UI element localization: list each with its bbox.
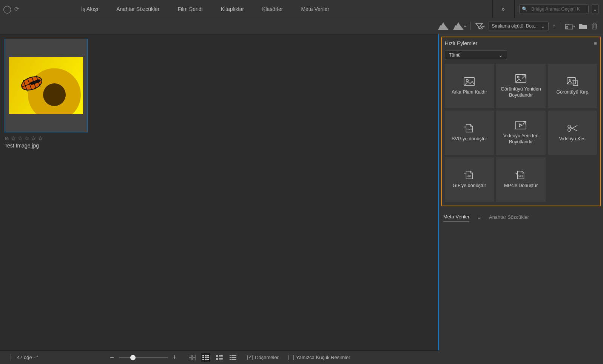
quick-action-card[interactable]: Görüntüyü Yeniden Boyutlandır (496, 64, 545, 108)
quick-action-card[interactable]: Görüntüyü Kırp (548, 64, 597, 108)
refresh-icon[interactable]: ⟳ (14, 6, 19, 12)
quick-action-card[interactable]: SVGSVG'ye dönüştür (445, 111, 494, 155)
panel-menu-icon[interactable]: ≡ (478, 215, 481, 221)
top-bar: ◯ ⟳ İş AkışıAnahtar SözcüklerFilm Şeridi… (0, 0, 603, 18)
quick-actions-filter-label: Tümü (449, 52, 461, 58)
quick-action-card[interactable]: GIFGIF'ye dönüştür (445, 157, 494, 202)
video-cut-icon (567, 124, 578, 133)
quick-actions-filter[interactable]: Tümü (445, 50, 507, 60)
rating-stars-icon[interactable] (438, 21, 449, 31)
svg-rect-24 (219, 359, 223, 360)
view-grid-small-button[interactable] (201, 353, 210, 362)
rating-stars-icon-2[interactable]: ▾ (453, 21, 466, 31)
quick-action-card[interactable]: Videoyu Yeniden Boyutlandır (496, 111, 545, 155)
tiles-check-group[interactable]: Döşemeler (247, 355, 279, 360)
recent-folder-icon[interactable]: ▾ (565, 21, 575, 31)
chevron-down-icon (498, 52, 503, 58)
quick-action-label: Videoyu Yeniden Boyutlandır (496, 133, 545, 145)
thumbnail-filename: Test Image.jpg (5, 143, 88, 149)
zoom-out-button[interactable]: − (110, 353, 114, 362)
trash-icon[interactable] (591, 21, 598, 31)
panel-menu-icon[interactable]: ≡ (594, 40, 597, 46)
svg-rect-7 (193, 355, 196, 357)
view-mode-group (188, 353, 237, 362)
thumbnail-rating[interactable]: ⊘ ☆ ☆ ☆ ☆ ☆ (5, 135, 88, 142)
svg-rect-16 (202, 359, 204, 360)
svg-rect-19 (216, 355, 218, 357)
svg-rect-30 (231, 359, 236, 360)
reject-icon: ⊘ (5, 135, 9, 141)
workspace-tab[interactable]: Anahtar Sözcükler (107, 0, 168, 18)
svg-rect-26 (231, 355, 236, 356)
quick-action-label: Videoyu Kes (557, 136, 588, 142)
workspace-tab[interactable]: Klasörler (253, 0, 292, 18)
nav-circle-icon[interactable]: ◯ (3, 5, 11, 14)
quick-action-label: GIF'ye dönüştür (450, 183, 489, 189)
svg-rect-20 (219, 355, 223, 356)
quick-action-label: Görüntüyü Kırp (554, 89, 591, 95)
filter-icon[interactable]: ▾ (475, 21, 485, 31)
workspace-tab[interactable]: Meta Veriler (292, 0, 338, 18)
sort-dropdown[interactable]: Sıralama ölçütü: Dos... (489, 21, 549, 31)
svg-rect-12 (207, 355, 209, 356)
svg-rect-11 (205, 355, 207, 356)
tiles-checkbox[interactable] (247, 355, 253, 360)
search-input[interactable] (530, 6, 586, 12)
folder-icon[interactable] (579, 21, 587, 31)
tiles-check-label: Döşemeler (255, 355, 279, 360)
quick-action-label: Arka Planı Kaldır (449, 89, 489, 95)
sort-asc-icon[interactable]: ↑ (552, 21, 555, 31)
view-grid-large-button[interactable] (188, 353, 197, 362)
workspace-more[interactable]: » (492, 0, 514, 18)
quick-action-label: MP4'e Dönüştür (502, 183, 540, 189)
svg-rect-13 (202, 357, 204, 358)
svg-point-36 (569, 79, 570, 81)
svg-rect-22 (216, 358, 218, 360)
svg-rect-23 (219, 358, 223, 359)
workspace-tab[interactable]: İş Akışı (72, 0, 107, 18)
thumbs-only-checkbox[interactable] (288, 355, 294, 360)
quick-actions-grid: Arka Planı KaldırGörüntüyü Yeniden Boyut… (445, 64, 597, 202)
svg-rect-6 (189, 355, 192, 357)
zoom-in-button[interactable]: + (173, 353, 177, 361)
svg-rect-29 (230, 359, 231, 360)
video-resize-icon (515, 121, 526, 130)
nav-history: ◯ ⟳ (0, 5, 19, 14)
view-list-button[interactable] (228, 353, 237, 362)
zoom-slider[interactable] (119, 357, 168, 358)
status-text: 47 öğe - " (17, 355, 38, 360)
convert-gif-icon: GIF (464, 170, 475, 180)
image-crop-icon (567, 77, 578, 86)
search-dropdown[interactable] (592, 4, 598, 14)
tab-metadata[interactable]: Meta Veriler (443, 214, 469, 221)
svg-text:MP4: MP4 (519, 175, 523, 177)
star-icon: ☆ (11, 135, 16, 142)
zoom-slider-thumb[interactable] (130, 355, 136, 360)
svg-rect-39 (515, 121, 526, 129)
thumbnail-canvas[interactable]: ⊘ ☆ ☆ ☆ ☆ ☆ Test Image.jpg (0, 34, 439, 350)
svg-rect-14 (205, 357, 207, 358)
svg-rect-18 (207, 359, 209, 360)
control-bar: ▾ ▾ Sıralama ölçütü: Dos... ↑ ▾ (0, 18, 603, 34)
workspace-tab[interactable]: Film Şeridi (169, 0, 212, 18)
search-box[interactable]: 🔍 (519, 4, 589, 14)
thumbnail-frame (5, 39, 88, 132)
quick-action-card[interactable]: Arka Planı Kaldır (445, 64, 494, 108)
workspace-tabs: İş AkışıAnahtar SözcüklerFilm ŞeridiKita… (72, 0, 338, 18)
thumbnail-item[interactable]: ⊘ ☆ ☆ ☆ ☆ ☆ Test Image.jpg (5, 39, 88, 149)
star-icon: ☆ (38, 135, 43, 142)
svg-point-34 (518, 76, 520, 78)
workspace-tab[interactable]: Kitaplıklar (212, 0, 253, 18)
sort-label: Sıralama ölçütü: Dos... (492, 23, 538, 29)
quick-actions-panel: Hızlı Eylemler ≡ Tümü Arka Planı KaldırG… (441, 37, 601, 206)
tab-keywords[interactable]: Anahtar Sözcükler (489, 214, 529, 221)
convert-svg-icon: SVG (464, 124, 475, 133)
svg-rect-17 (205, 359, 207, 360)
quick-action-card[interactable]: MP4MP4'e Dönüştür (496, 157, 545, 202)
view-details-button[interactable] (215, 353, 224, 362)
thumbs-only-check-group[interactable]: Yalnızca Küçük Resimler (288, 355, 350, 360)
quick-action-card[interactable]: Videoyu Kes (548, 111, 597, 155)
star-icon: ☆ (24, 135, 29, 142)
svg-rect-25 (230, 355, 231, 356)
zoom-slider-group: − + (110, 353, 176, 362)
